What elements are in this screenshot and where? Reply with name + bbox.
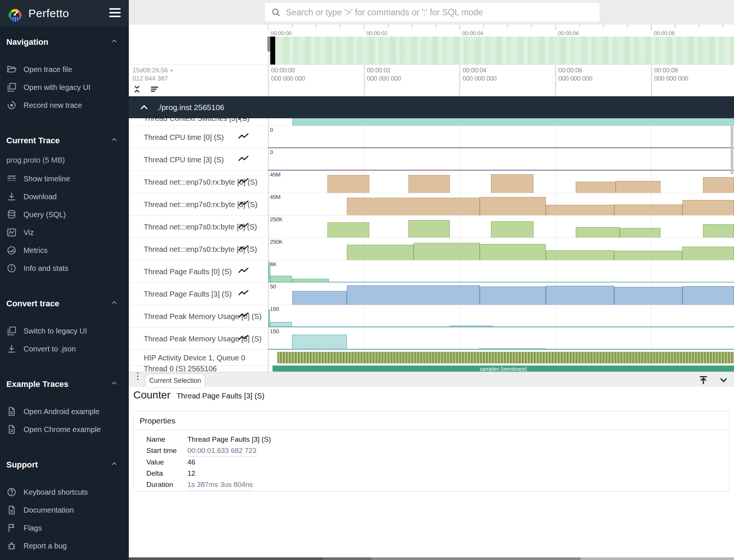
track-label-pane[interactable]: Thread CPU time [3] (S) [129, 148, 268, 170]
track-chart[interactable]: 45M [268, 171, 734, 193]
vertical-scrollbar[interactable] [731, 126, 733, 174]
counter-segment[interactable] [576, 182, 616, 193]
track-chart[interactable]: 250K [268, 238, 734, 260]
search-box[interactable] [265, 3, 600, 22]
track-label-pane[interactable]: Thread Peak Memory Usage [3] (S) [129, 328, 268, 350]
counter-sparkline-icon [237, 177, 249, 187]
track-row: Thread net:::enp7s0:tx:byte [3] (S)250K [129, 238, 734, 260]
track-pane-divider[interactable] [268, 118, 268, 372]
search-input[interactable] [286, 7, 600, 18]
track-chart[interactable]: samples [omnitrace] [268, 366, 734, 372]
track-chart[interactable]: 150 [268, 328, 734, 350]
track-label-pane[interactable]: Thread 0 (S) 2565106 [129, 366, 268, 372]
counter-segment[interactable] [292, 291, 347, 305]
expand-panel-icon[interactable] [698, 375, 709, 385]
section-title[interactable]: Current Trace [0, 135, 129, 146]
track-label-pane[interactable]: Thread Page Faults [3] (S) [129, 283, 268, 305]
sidebar-item-metrics[interactable]: Metrics [0, 241, 129, 259]
section-title[interactable]: Support [0, 459, 129, 470]
track-chart[interactable]: 0 [268, 126, 734, 148]
section-title[interactable]: Convert trace [0, 298, 129, 309]
counter-segment[interactable] [682, 247, 734, 260]
track-name: Thread CPU time [3] (S) [144, 155, 224, 164]
sidebar-item-open-with-legacy-ui[interactable]: Open with legacy UI [0, 78, 129, 96]
counter-segment[interactable] [703, 177, 734, 193]
counter-segment[interactable] [408, 220, 450, 238]
section-title[interactable]: Navigation [0, 37, 129, 48]
counter-segment[interactable] [491, 221, 534, 238]
sidebar-item-viz[interactable]: Viz [0, 223, 129, 241]
counter-segment[interactable] [614, 251, 682, 260]
sidebar-item-open-trace-file[interactable]: Open trace file [0, 60, 129, 78]
track-label-pane[interactable]: Thread CPU time [0] (S) [129, 126, 268, 148]
track-chart[interactable]: 4K [268, 260, 734, 282]
counter-segment[interactable] [347, 245, 414, 260]
track-label-pane[interactable]: Thread net:::enp7s0:rx:byte [0] (S) [129, 171, 268, 193]
counter-segment[interactable] [703, 224, 734, 238]
sidebar-item-query-sql-[interactable]: Query (SQL) [0, 206, 129, 223]
sidebar-item-flags[interactable]: Flags [0, 519, 129, 537]
track-label-pane[interactable]: HIP Activity Device 1, Queue 0 [129, 350, 268, 365]
property-value[interactable]: 00:00:01.633 682 723 [187, 445, 256, 457]
counter-segment[interactable] [491, 174, 534, 193]
collapse-all-icon[interactable] [133, 84, 141, 94]
counter-segment[interactable] [620, 228, 660, 238]
counter-segment[interactable] [480, 197, 546, 215]
counter-segment[interactable] [546, 205, 614, 215]
counter-segment[interactable] [347, 285, 480, 305]
hip-slices[interactable] [277, 352, 734, 363]
counter-segment[interactable] [327, 222, 369, 238]
counter-segment[interactable] [480, 244, 546, 260]
counter-segment[interactable] [347, 198, 480, 215]
sidebar-item-convert-to-json[interactable]: Convert to .json [0, 340, 129, 358]
track-label-pane[interactable]: Thread Peak Memory Usage [0] (S) [129, 305, 268, 327]
sidebar-item-report-a-bug[interactable]: Report a bug [0, 537, 129, 555]
samples-bar[interactable]: samples [omnitrace] [273, 366, 734, 372]
counter-segment[interactable] [576, 227, 620, 238]
counter-segment[interactable] [327, 175, 369, 193]
property-value[interactable]: 1s 387ms 3us 804ns [187, 479, 253, 491]
viewport-handle[interactable] [270, 37, 275, 67]
track-label-pane[interactable]: Thread net:::enp7s0:tx:byte [0] (S) [129, 216, 268, 238]
sidebar-item-documentation[interactable]: Documentation [0, 501, 129, 519]
track-label-pane[interactable]: Thread net:::enp7s0:rx:byte [3] (S) [129, 193, 268, 215]
sidebar-item-switch-to-legacy-ui[interactable]: Switch to legacy UI [0, 322, 129, 340]
counter-segment[interactable] [546, 286, 614, 305]
track-chart[interactable]: 0 [268, 148, 734, 170]
collapse-panel-icon[interactable] [718, 375, 729, 385]
track-chart[interactable]: 45M [268, 193, 734, 215]
counter-zero-line [268, 170, 734, 170]
counter-segment[interactable] [408, 175, 450, 193]
track-chart[interactable]: 250K [268, 216, 734, 238]
track-label-pane[interactable]: Thread net:::enp7s0:tx:byte [3] (S) [129, 238, 268, 260]
counter-segment[interactable] [480, 287, 546, 305]
sidebar-item-record-new-trace[interactable]: Record new trace [0, 96, 129, 114]
track-chart[interactable] [268, 118, 734, 126]
track-label-pane[interactable]: Thread Context Switches [3] (S) [129, 118, 268, 126]
section-title[interactable]: Example Traces [0, 379, 129, 390]
counter-segment[interactable] [614, 204, 682, 215]
sidebar-item-keyboard-shortcuts[interactable]: Keyboard shortcuts [0, 483, 129, 501]
sidebar-item-open-chrome-example[interactable]: Open Chrome example [0, 420, 129, 438]
sort-tracks-icon[interactable] [149, 84, 160, 94]
tab-current-selection[interactable]: Current Selection [146, 374, 205, 387]
track-chart[interactable]: 150 [268, 305, 734, 327]
track-chart[interactable]: 50 [268, 283, 734, 305]
track-chart[interactable] [268, 350, 734, 365]
counter-segment[interactable] [682, 286, 734, 305]
drag-handle-icon[interactable]: ⋮ [133, 374, 136, 378]
sidebar-item-open-android-example[interactable]: Open Android example [0, 403, 129, 420]
counter-segment[interactable] [616, 181, 660, 193]
counter-segment[interactable] [546, 250, 614, 260]
process-group-header[interactable]: ./prog.inst 2565106 [129, 96, 734, 118]
sidebar-item-show-timeline[interactable]: Show timeline [0, 170, 129, 188]
sidebar-item-download[interactable]: Download [0, 188, 129, 206]
counter-segment[interactable] [292, 118, 734, 126]
counter-segment[interactable] [414, 243, 480, 260]
counter-segment[interactable] [614, 287, 682, 305]
hamburger-menu-icon[interactable] [109, 8, 121, 18]
counter-segment[interactable] [682, 200, 734, 215]
track-label-pane[interactable]: Thread Page Faults [0] (S) [129, 260, 268, 282]
counter-segment[interactable] [292, 335, 347, 350]
sidebar-item-info-and-stats[interactable]: Info and stats [0, 259, 129, 277]
